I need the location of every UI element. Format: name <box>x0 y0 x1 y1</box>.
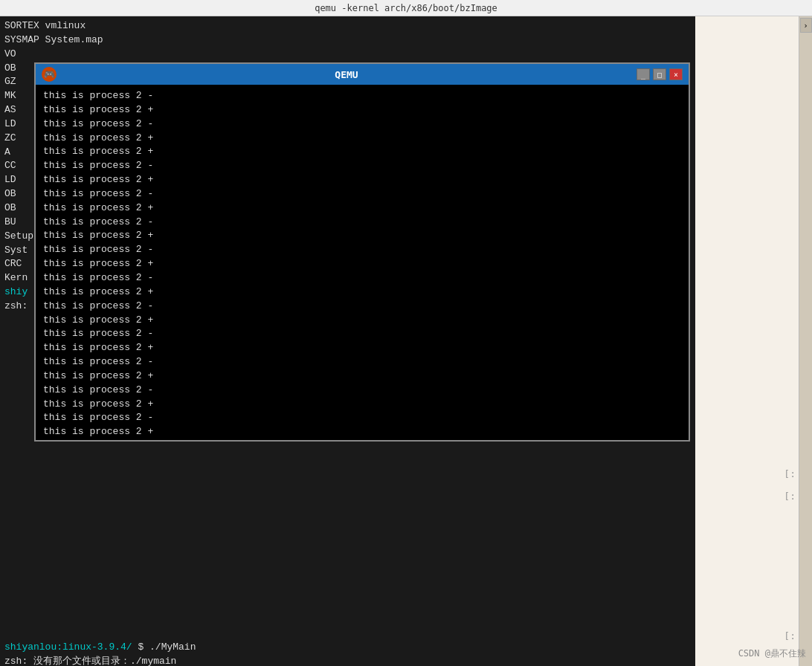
process-line: this is process 2 - <box>43 159 681 173</box>
process-line: this is process 2 - <box>43 327 681 341</box>
terminal-prompt-line: shiyanlou:linux-3.9.4/ $ ./MyMain <box>4 641 691 655</box>
scrollbar[interactable]: › <box>799 16 812 666</box>
watermark: CSDN @鼎不住辣 <box>738 647 806 660</box>
process-line: this is process 2 - <box>43 243 681 257</box>
process-line: this is process 2 + <box>43 314 681 328</box>
process-line: this is process 2 - <box>43 355 681 369</box>
process-line: this is process 2 + <box>43 145 681 159</box>
qemu-titlebar: 🎮 QEMU _ □ × <box>36 64 689 85</box>
process-line: this is process 2 + <box>43 398 681 412</box>
process-line: this is process 2 + <box>43 425 681 439</box>
minimize-button[interactable]: _ <box>637 68 650 80</box>
scroll-up-arrow[interactable]: › <box>800 18 812 33</box>
process-line: this is process 2 + <box>43 132 681 146</box>
terminal-error-line: zsh: 没有那个文件或目录：./mymain <box>4 655 691 666</box>
process-line: this is process 2 - <box>43 117 681 132</box>
terminal-line: VO <box>4 48 691 62</box>
process-line: this is process 2 + <box>43 103 681 117</box>
qemu-terminal: this is process 2 - this is process 2 + … <box>36 85 689 440</box>
process-line: this is process 2 - <box>43 89 681 103</box>
process-line: this is process 2 + <box>43 341 681 355</box>
process-line: this is process 2 + <box>43 173 681 187</box>
bracket-indicator: [: <box>784 491 796 502</box>
process-line: this is process 2 - <box>43 271 681 285</box>
close-button[interactable]: × <box>669 68 683 80</box>
qemu-icon: 🎮 <box>42 67 57 82</box>
qemu-window-controls: _ □ × <box>637 68 683 80</box>
bracket-indicator: [: <box>784 630 796 641</box>
maximize-button[interactable]: □ <box>653 68 666 80</box>
terminal-line: SYSMAP System.map <box>4 33 691 48</box>
process-line: this is process 2 + <box>43 369 681 384</box>
process-line: this is process 2 - <box>43 216 681 230</box>
process-line: this is process 2 - <box>43 384 681 398</box>
title-bar: qemu -kernel arch/x86/boot/bzImage <box>0 0 812 16</box>
qemu-window: 🎮 QEMU _ □ × this is process 2 - this is… <box>34 62 690 442</box>
process-line: this is process 2 + <box>43 229 681 243</box>
bracket-indicator: [: <box>784 468 796 479</box>
process-line: this is process 2 + <box>43 285 681 300</box>
process-line: this is process 2 - <box>43 411 681 425</box>
window-title: qemu -kernel arch/x86/boot/bzImage <box>315 3 497 13</box>
terminal-line: SORTEX vmlinux <box>4 19 691 33</box>
qemu-title: QEMU <box>57 69 637 80</box>
process-line: this is process 2 + <box>43 201 681 216</box>
process-line: this is process 2 - <box>43 300 681 314</box>
process-line: this is process 2 + <box>43 257 681 271</box>
process-line: this is process 2 - <box>43 187 681 201</box>
